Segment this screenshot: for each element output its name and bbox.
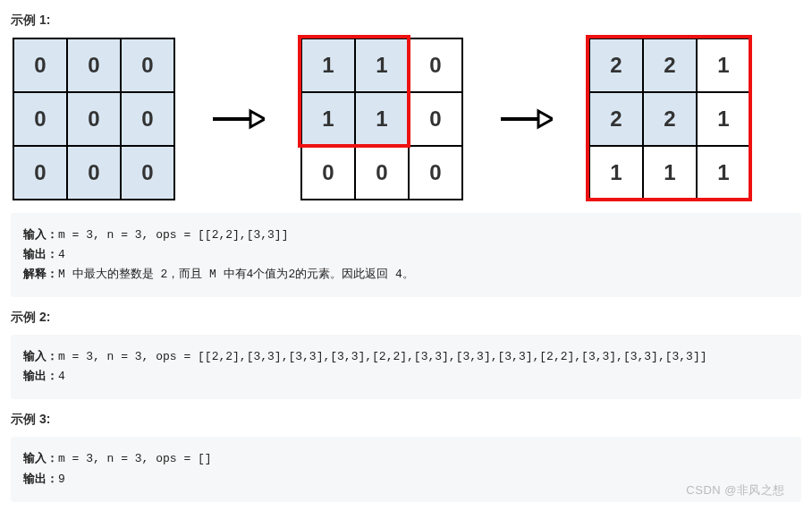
grid-1: 0 0 0 0 0 0 0 0 0 — [13, 38, 175, 200]
cell: 1 — [355, 38, 409, 92]
cell: 1 — [697, 92, 750, 146]
svg-marker-1 — [250, 111, 265, 127]
cell: 1 — [643, 146, 697, 200]
watermark-text: CSDN @非风之想 — [686, 482, 785, 498]
cell: 0 — [409, 38, 462, 92]
cell: 0 — [301, 146, 355, 200]
svg-marker-3 — [538, 111, 553, 127]
example-2-title: 示例 2: — [11, 310, 801, 326]
grid-2: 1 1 0 1 1 0 0 0 0 — [300, 38, 463, 200]
example-2-code: 输入：m = 3, n = 3, ops = [[2,2],[3,3],[3,3… — [11, 335, 801, 399]
input-label: 输入： — [23, 228, 58, 242]
input-text: m = 3, n = 3, ops = [] — [58, 452, 212, 465]
cell: 1 — [301, 38, 355, 92]
output-text: 9 — [58, 473, 65, 486]
cell: 0 — [13, 38, 67, 92]
example-3-title: 示例 3: — [11, 412, 801, 428]
grid-3: 2 2 1 2 2 1 1 1 1 — [588, 38, 751, 200]
cell: 0 — [121, 146, 174, 200]
cell: 1 — [301, 92, 355, 146]
example-1-title: 示例 1: — [11, 13, 801, 29]
cell: 0 — [13, 146, 67, 200]
cell: 2 — [643, 92, 697, 146]
cell: 0 — [409, 92, 462, 146]
cell: 0 — [67, 92, 121, 146]
input-label: 输入： — [23, 350, 58, 363]
cell: 1 — [697, 38, 750, 92]
arrow-icon — [211, 108, 265, 130]
input-text: m = 3, n = 3, ops = [[2,2],[3,3],[3,3],[… — [58, 350, 707, 363]
cell: 2 — [589, 92, 643, 146]
output-label: 输出： — [23, 473, 58, 486]
input-label: 输入： — [23, 452, 58, 465]
output-text: 4 — [58, 370, 65, 383]
cell: 0 — [67, 146, 121, 200]
output-label: 输出： — [23, 248, 58, 261]
example-3-code: 输入：m = 3, n = 3, ops = [] 输出：9 — [11, 437, 801, 501]
example-1-diagram: 0 0 0 0 0 0 0 0 0 1 1 — [13, 38, 801, 200]
output-text: 4 — [58, 248, 65, 261]
cell: 2 — [643, 38, 697, 92]
cell: 1 — [589, 146, 643, 200]
cell: 1 — [697, 146, 750, 200]
cell: 0 — [409, 146, 462, 200]
cell: 0 — [13, 92, 67, 146]
cell: 0 — [355, 146, 409, 200]
cell: 0 — [121, 92, 174, 146]
cell: 0 — [121, 38, 174, 92]
explain-text: M 中最大的整数是 2，而且 M 中有4个值为2的元素。因此返回 4。 — [58, 268, 414, 281]
output-label: 输出： — [23, 370, 58, 383]
example-1-code: 输入：m = 3, n = 3, ops = [[2,2],[3,3]] 输出：… — [11, 213, 801, 297]
arrow-icon — [499, 108, 553, 130]
explain-label: 解释： — [23, 268, 58, 281]
cell: 1 — [355, 92, 409, 146]
input-text: m = 3, n = 3, ops = [[2,2],[3,3]] — [58, 228, 288, 242]
cell: 0 — [67, 38, 121, 92]
cell: 2 — [589, 38, 643, 92]
